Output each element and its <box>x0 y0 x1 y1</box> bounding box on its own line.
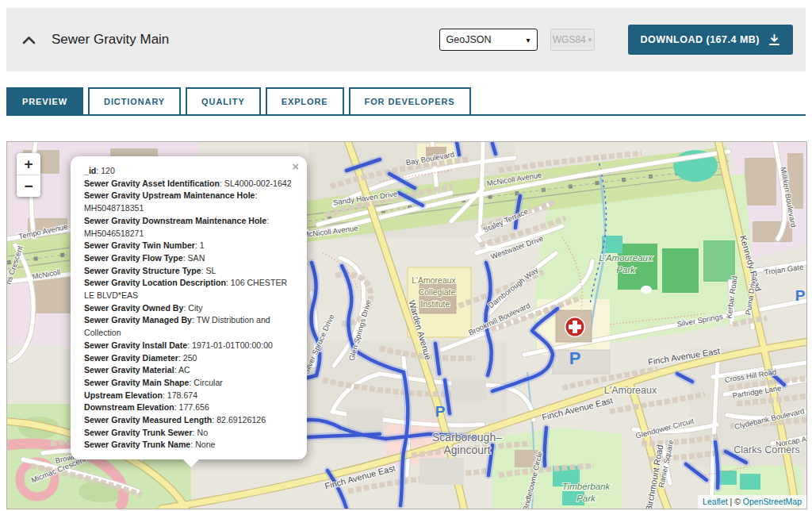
map-label: L'Amoureaux <box>599 253 653 263</box>
popup-field: Sewer Gravity Flow Type: SAN <box>84 252 296 265</box>
popup-field: Sewer Gravity Trunk Name: None <box>84 439 296 451</box>
popup-field: Sewer Gravity Owned By: City <box>84 302 296 315</box>
tab-preview[interactable]: PREVIEW <box>6 87 83 114</box>
zoom-out-button[interactable]: − <box>17 175 40 197</box>
map-label: Park <box>616 265 636 275</box>
popup-field: Sewer Gravity Material: AC <box>84 364 296 377</box>
download-icon <box>768 34 780 46</box>
map-label: Scarborough– <box>432 431 502 444</box>
popup-content: _id: 120Sewer Gravity Asset Identificati… <box>84 165 296 451</box>
popup-field: Sewer Gravity Upstream Maintenance Hole:… <box>84 190 296 214</box>
crs-select-value: WGS84 <box>553 34 586 45</box>
download-button[interactable]: DOWNLOAD (167.4 MB) <box>628 25 793 55</box>
format-select-value: GeoJSON <box>446 34 492 45</box>
zoom-control: + − <box>17 153 40 197</box>
zoom-in-button[interactable]: + <box>17 153 40 175</box>
map-label: L'Amoreaux <box>412 275 456 285</box>
collapse-chevron-up-icon[interactable] <box>22 36 36 44</box>
tab-dictionary[interactable]: DICTIONARY <box>88 87 181 114</box>
popup-field: Downstream Elevation: 177.656 <box>84 402 296 414</box>
tab-bar: PREVIEW DICTIONARY QUALITY EXPLORE FOR D… <box>6 87 806 116</box>
osm-link[interactable]: OpenStreetMap <box>743 497 802 506</box>
popup-field: Sewer Gravity Measured Length: 82.691261… <box>84 414 296 427</box>
attribution-separator: | © <box>728 497 743 506</box>
map-label: Clarks Corners <box>733 444 799 455</box>
map-label: Collegiate <box>419 287 456 297</box>
crs-select[interactable]: WGS84 ▾ <box>550 29 595 51</box>
download-button-label: DOWNLOAD (167.4 MB) <box>641 34 760 45</box>
map-attribution: Leaflet | © OpenStreetMap <box>698 495 806 509</box>
tab-explore[interactable]: EXPLORE <box>266 87 344 114</box>
popup-field: Sewer Gravity Trunk Sewer: No <box>84 427 296 440</box>
popup-field: Sewer Gravity Managed By: TW Distributio… <box>84 314 296 339</box>
popup-field: _id: 120 <box>84 165 296 178</box>
tab-quality[interactable]: QUALITY <box>186 87 261 114</box>
parking-icon: P <box>435 403 446 420</box>
map-label: Institute <box>421 299 450 309</box>
map-preview[interactable]: PPP Bay BoulevardMcNicoll AvenueSandy Ha… <box>6 141 807 509</box>
map-label: L'Amoreaux <box>604 385 657 396</box>
hospital-marker-icon <box>565 317 585 337</box>
popup-field: Sewer Gravity Main Shape: Circular <box>84 377 296 390</box>
map-popup: × _id: 120Sewer Gravity Asset Identifica… <box>71 156 307 459</box>
popup-field: Sewer Gravity Install Date: 1971-01-01T0… <box>84 340 296 352</box>
leaflet-link[interactable]: Leaflet <box>703 497 728 506</box>
popup-field: Sewer Gravity Diameter: 250 <box>84 352 296 365</box>
popup-field: Sewer Gravity Location Description: 106 … <box>84 277 296 302</box>
format-select[interactable]: GeoJSON ▾ <box>439 29 538 51</box>
map-label: Agincourt <box>443 444 490 456</box>
tab-for-developers[interactable]: FOR DEVELOPERS <box>349 87 471 114</box>
map-label: Park <box>576 494 596 503</box>
chevron-down-icon: ▾ <box>526 36 530 44</box>
map-label: Timberbank <box>562 482 611 491</box>
popup-close-icon[interactable]: × <box>292 160 299 172</box>
popup-field: Sewer Gravity Twin Number: 1 <box>84 240 296 252</box>
popup-field: Sewer Gravity Downstream Maintenance Hol… <box>84 215 296 240</box>
parking-icon: P <box>569 348 581 368</box>
popup-field: Sewer Gravity Structure Type: SL <box>84 265 296 278</box>
parking-icon: P <box>795 287 806 304</box>
dataset-header: Sewer Gravity Main GeoJSON ▾ WGS84 ▾ DOW… <box>6 8 806 71</box>
popup-field: Sewer Gravity Asset Identification: SL40… <box>84 178 296 190</box>
chevron-down-icon: ▾ <box>588 36 592 44</box>
page-title: Sewer Gravity Main <box>52 32 169 48</box>
popup-field: Upstream Elevation: 178.674 <box>84 390 296 402</box>
